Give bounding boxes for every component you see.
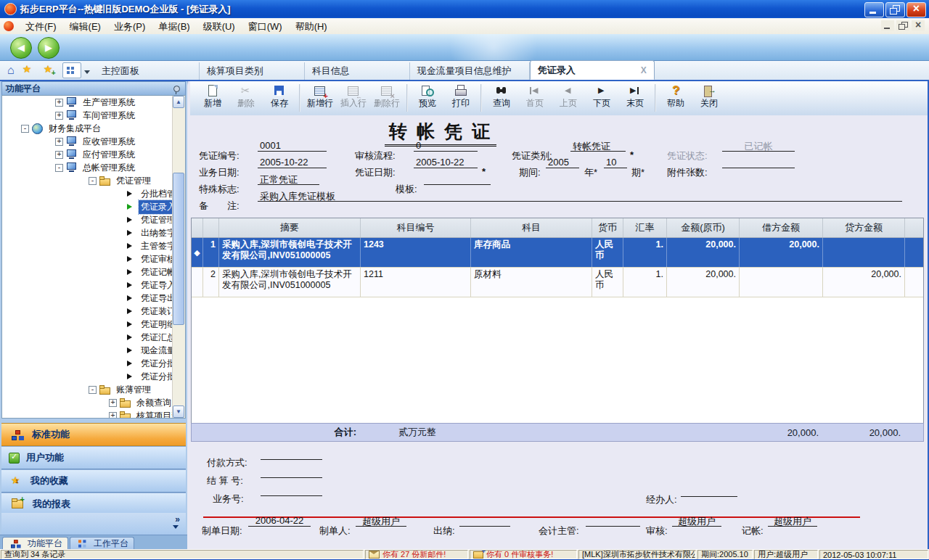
tab-list-dropdown[interactable]	[83, 64, 91, 78]
scroll-thumb[interactable]	[173, 173, 184, 325]
tree-expand-toggle[interactable]: -	[21, 125, 29, 133]
add-favorite-icon[interactable]	[44, 65, 54, 75]
menu-item[interactable]: 帮助(H)	[289, 19, 334, 34]
tree-item[interactable]: 凭证记帐	[2, 265, 185, 279]
menu-item[interactable]: 业务(P)	[107, 19, 152, 34]
tree-expand-toggle[interactable]: -	[89, 177, 97, 185]
cell-currency[interactable]: 人民币	[592, 238, 623, 267]
tree-item[interactable]: 凭证审核	[2, 252, 185, 265]
biz-no-field[interactable]	[261, 485, 322, 496]
cell-currency[interactable]: 人民币	[592, 268, 623, 297]
tree-item[interactable]: + 应收管理系统	[2, 135, 185, 148]
scroll-up-icon[interactable]: ▲	[173, 96, 184, 108]
grid-column-header[interactable]: 贷方金额	[823, 218, 905, 237]
period-no-field[interactable]: 10	[604, 157, 627, 168]
tree-item[interactable]: 分批档管理	[2, 187, 185, 200]
settle-no-field[interactable]	[261, 466, 322, 478]
toolbar-button[interactable]: 预览	[411, 81, 444, 109]
cell-subject-code[interactable]: 1243	[361, 238, 471, 267]
tree-item[interactable]: 凭证导出	[2, 292, 185, 305]
tree-item[interactable]: 凭证汇总表	[2, 331, 185, 344]
sidebar-tab[interactable]: 功能平台	[2, 537, 68, 550]
tree-expand-toggle[interactable]: +	[55, 151, 63, 159]
menu-item[interactable]: 文件(F)	[19, 19, 63, 34]
grid-column-header[interactable]: 汇率	[623, 218, 667, 237]
sidebar-group-button[interactable]: 用户功能	[1, 446, 186, 469]
cell-subject[interactable]: 原材料	[471, 268, 592, 297]
pin-icon[interactable]	[173, 86, 180, 92]
grid-column-header[interactable]: 货币	[592, 218, 623, 237]
entry-row[interactable]: 1 采购入库,深圳市领创电子技术开发有限公司,INV051000005 1243…	[192, 238, 923, 268]
document-tab[interactable]: 主控面板	[94, 62, 200, 80]
toolbar-button[interactable]: 关闭	[692, 81, 726, 109]
mdi-restore-button[interactable]	[896, 20, 909, 31]
cell-amount[interactable]: 20,000.	[667, 268, 740, 297]
cell-debit[interactable]	[740, 268, 823, 297]
agent-field[interactable]	[681, 485, 737, 497]
sidebar-group-button[interactable]: 我的收藏	[1, 469, 186, 493]
grid-column-header[interactable]: 金额(原币)	[667, 218, 740, 237]
tree-item[interactable]: - 账薄管理	[2, 383, 185, 396]
close-button[interactable]	[907, 2, 926, 17]
cell-subject-code[interactable]: 1211	[361, 268, 471, 297]
back-button[interactable]: ◀	[10, 37, 32, 59]
toolbar-button[interactable]: 末页	[618, 81, 652, 112]
cell-summary[interactable]: 采购入库,深圳市领创电子技术开发有限公司,INV051000005	[219, 238, 361, 267]
menu-item[interactable]: 窗口(W)	[242, 19, 289, 34]
tree-item[interactable]: - 总帐管理系统	[2, 161, 185, 174]
tree-item[interactable]: 主管签字	[2, 239, 185, 252]
tree-item[interactable]: 现金流量凭证查询	[2, 344, 185, 357]
toolbar-button[interactable]: 打印	[444, 81, 478, 112]
tree-item[interactable]: + 余额查询	[2, 396, 185, 409]
more-groups-button[interactable]: »	[175, 514, 180, 524]
home-icon[interactable]	[7, 64, 15, 77]
cell-summary[interactable]: 采购入库,深圳市领创电子技术开发有限公司,INV051000005	[219, 268, 361, 297]
restore-button[interactable]	[885, 2, 905, 17]
cell-rate[interactable]: 1.	[623, 268, 667, 297]
sidebar-tab[interactable]: 工作平台	[70, 537, 134, 550]
toolbar-button[interactable]: 新增行	[303, 81, 337, 109]
cell-rate[interactable]: 1.	[623, 238, 667, 267]
toolbar-button[interactable]: 保存	[263, 81, 296, 112]
scroll-down-icon[interactable]: ▼	[173, 405, 184, 418]
cell-subject[interactable]: 库存商品	[471, 238, 592, 267]
tree-expand-toggle[interactable]: +	[55, 99, 63, 107]
grid-column-header[interactable]: 科目编号	[361, 218, 471, 237]
favorite-star-icon[interactable]	[22, 65, 33, 75]
forward-button[interactable]: ▶	[38, 37, 60, 59]
remark-field[interactable]: 采购入库凭证模板	[258, 190, 902, 202]
tree-expand-toggle[interactable]: +	[109, 399, 117, 407]
toolbar-button[interactable]: 删除行	[370, 81, 404, 112]
tree-item[interactable]: - 凭证管理	[2, 174, 185, 187]
audit-flow-field[interactable]: 0	[414, 140, 478, 152]
tree-expand-toggle[interactable]: +	[55, 112, 63, 120]
tree-item[interactable]: + 核算项目查询	[2, 409, 185, 419]
biz-date-field[interactable]: 2005-10-22	[258, 157, 327, 168]
tree-item[interactable]: 凭证装订	[2, 305, 185, 318]
tree-item[interactable]: + 车间管理系统	[2, 109, 185, 122]
tree-item[interactable]: + 生产管理系统	[2, 96, 185, 109]
tree-item[interactable]: 出纳签字	[2, 226, 185, 239]
document-tab[interactable]: 核算项目类别	[200, 62, 305, 80]
special-field[interactable]: 正常凭证	[258, 173, 319, 185]
tree-expand-toggle[interactable]: -	[55, 164, 63, 172]
template-field[interactable]	[424, 173, 491, 185]
tab-close-icon[interactable]: X	[641, 62, 647, 79]
chevron-down-icon[interactable]	[173, 525, 179, 532]
period-year-field[interactable]: 2005	[546, 157, 579, 168]
cell-credit[interactable]: 20,000.	[823, 268, 905, 297]
mdi-close-button[interactable]	[912, 20, 925, 31]
toolbar-button[interactable]: 下页	[585, 81, 618, 109]
grid-column-header[interactable]: 摘要	[219, 218, 361, 237]
menu-item[interactable]: 单据(B)	[152, 19, 196, 34]
document-tab[interactable]: 凭证录入 X	[530, 60, 655, 80]
tree-item[interactable]: 凭证导入	[2, 279, 185, 292]
tree-scrollbar[interactable]: ▲ ▼	[172, 96, 185, 418]
sidebar-group-button[interactable]: 标准功能	[1, 423, 186, 446]
minimize-button[interactable]	[864, 2, 884, 17]
pay-method-field[interactable]	[261, 448, 322, 460]
toolbar-button[interactable]: 查询	[485, 81, 518, 109]
cell-debit[interactable]: 20,000.	[740, 238, 823, 267]
cell-amount[interactable]: 20,000.	[667, 238, 740, 267]
voucher-date-field[interactable]: 2005-10-22	[414, 157, 478, 168]
